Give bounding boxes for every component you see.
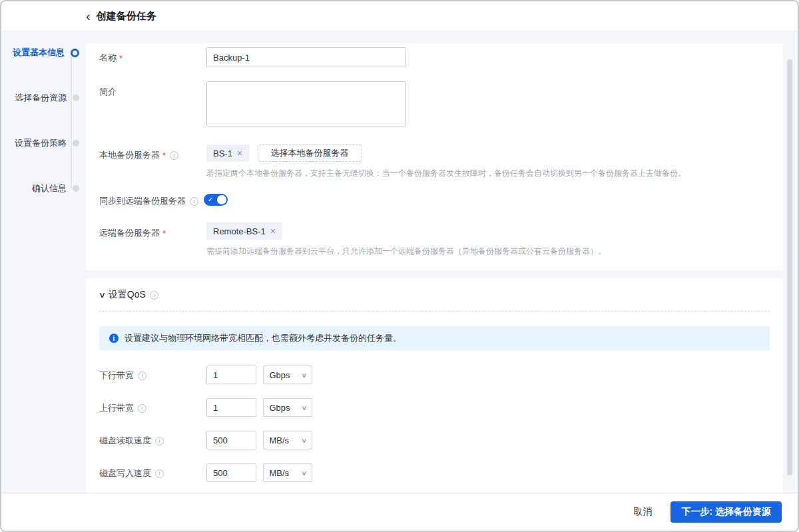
select-local-server-button[interactable]: 选择本地备份服务器 — [258, 144, 362, 162]
step-basic-info: 设置基本信息 — [1, 43, 86, 62]
tag-label: BS-1 — [213, 148, 232, 158]
tag-close-icon[interactable]: × — [237, 148, 242, 158]
qos-section-header[interactable]: ∨ 设置QoS i — [99, 289, 770, 301]
required-mark: * — [119, 53, 123, 63]
chevron-down-icon: ∨ — [301, 372, 308, 379]
download-bandwidth-input[interactable] — [206, 366, 256, 384]
info-icon[interactable]: i — [155, 469, 164, 478]
tag-label: Remote-BS-1 — [213, 226, 266, 236]
step-dot-active — [71, 49, 79, 57]
info-icon[interactable]: i — [155, 437, 164, 445]
remote-server-help-text: 需提前添加远端备份服务器到云平台，只允许添加一个远端备份服务器（异地备份服务器或… — [206, 246, 770, 257]
sync-remote-label: 同步到远端备份服务器 i — [99, 194, 198, 207]
disk-read-speed-row: 磁盘读取速度 i MB/s ∨ — [99, 431, 770, 449]
label-text: 远端备份服务器 — [99, 227, 160, 239]
name-label: 名称 * — [99, 47, 206, 64]
step-label: 设置备份策略 — [15, 137, 67, 149]
sync-remote-toggle[interactable]: ✓ — [204, 194, 228, 206]
local-server-tag: BS-1 × — [206, 144, 249, 162]
step-select-resources: 选择备份资源 — [1, 89, 86, 107]
disk-write-speed-row: 磁盘写入速度 i MB/s ∨ — [99, 463, 770, 482]
label-text: 同步到远端备份服务器 — [99, 195, 186, 207]
footer-action-bar: 取消 下一步: 选择备份资源 — [1, 493, 798, 531]
download-bandwidth-label: 下行带宽 i — [99, 366, 206, 382]
basic-info-card: 名称 * 简介 本地备份 — [86, 43, 783, 270]
unit-value: MB/s — [269, 435, 289, 445]
unit-value: MB/s — [269, 468, 289, 478]
page-title: 创建备份任务 — [97, 10, 156, 23]
scroll-area: 名称 * 简介 本地备份 — [86, 31, 798, 493]
banner-text: 设置建议与物理环境网络带宽相匹配，也需额外考虑并发备份的任务量。 — [125, 332, 401, 344]
sync-remote-row: 同步到远端备份服务器 i ✓ — [99, 194, 770, 207]
info-icon[interactable]: i — [138, 404, 146, 413]
qos-info-banner: i 设置建议与物理环境网络带宽相匹配，也需额外考虑并发备份的任务量。 — [99, 326, 770, 350]
qos-section-title: 设置QoS — [109, 289, 146, 301]
disk-write-speed-input[interactable] — [206, 463, 256, 482]
name-input[interactable] — [206, 47, 406, 67]
next-step-button[interactable]: 下一步: 选择备份资源 — [670, 501, 782, 523]
info-icon[interactable]: i — [170, 151, 178, 160]
description-textarea[interactable] — [206, 81, 406, 127]
disk-write-speed-label: 磁盘写入速度 i — [99, 463, 206, 479]
remote-backup-server-row: 远端备份服务器 * Remote-BS-1 × 需提前添加远端备份服务器到云平台… — [99, 222, 770, 257]
unit-value: Gbps — [269, 403, 290, 413]
label-text: 简介 — [99, 86, 117, 98]
info-icon[interactable]: i — [190, 197, 198, 206]
disk-read-speed-unit-select[interactable]: MB/s ∨ — [263, 431, 312, 449]
download-bandwidth-unit-select[interactable]: Gbps ∨ — [263, 366, 312, 384]
chevron-down-icon: ∨ — [301, 469, 308, 477]
page-header: ‹ 创建备份任务 — [1, 1, 798, 31]
required-mark: * — [162, 228, 166, 238]
label-text: 上行带宽 — [99, 402, 134, 414]
local-backup-server-row: 本地备份服务器 * i BS-1 × 选择本地备份服务器 若指定两个本地备份服务 — [99, 144, 770, 179]
label-text: 名称 — [99, 52, 117, 64]
local-backup-server-label: 本地备份服务器 * i — [99, 144, 206, 161]
disk-write-speed-unit-select[interactable]: MB/s ∨ — [263, 463, 312, 482]
step-label: 选择备份资源 — [15, 92, 67, 104]
label-text: 磁盘写入速度 — [99, 467, 151, 479]
disk-read-speed-label: 磁盘读取速度 i — [99, 431, 206, 447]
chevron-down-icon: ∨ — [99, 290, 106, 300]
scrollbar-thumb[interactable] — [787, 59, 792, 475]
check-icon: ✓ — [208, 196, 213, 204]
create-backup-task-page: ‹ 创建备份任务 设置基本信息 选择备份资源 设置备份策略 确认信息 — [0, 0, 799, 532]
description-label: 简介 — [99, 81, 206, 98]
wizard-stepper: 设置基本信息 选择备份资源 设置备份策略 确认信息 — [1, 31, 86, 493]
upload-bandwidth-label: 上行带宽 i — [99, 398, 206, 414]
back-icon[interactable]: ‹ — [86, 9, 91, 23]
name-row: 名称 * — [99, 47, 770, 67]
body: 设置基本信息 选择备份资源 设置备份策略 确认信息 名称 — [1, 31, 798, 493]
description-row: 简介 — [99, 81, 770, 129]
remote-server-tag: Remote-BS-1 × — [206, 222, 282, 240]
download-bandwidth-row: 下行带宽 i Gbps ∨ — [99, 366, 770, 384]
step-backup-policy: 设置备份策略 — [1, 134, 86, 152]
local-server-help-text: 若指定两个本地备份服务器，支持主备无缝切换：当一个备份服务器发生故障时，备份任务… — [206, 168, 770, 179]
scrollbar-track[interactable] — [787, 59, 792, 483]
info-icon[interactable]: i — [138, 372, 146, 380]
chevron-down-icon: ∨ — [301, 437, 308, 444]
cancel-button[interactable]: 取消 — [633, 506, 652, 518]
remote-backup-server-label: 远端备份服务器 * — [99, 222, 206, 239]
step-label: 确认信息 — [32, 182, 67, 194]
card-gap — [86, 270, 783, 278]
disk-read-speed-input[interactable] — [206, 431, 256, 449]
step-dot — [73, 95, 79, 101]
stepper-line — [71, 53, 72, 188]
label-text: 本地备份服务器 — [99, 149, 160, 161]
label-text: 下行带宽 — [99, 370, 134, 382]
upload-bandwidth-unit-select[interactable]: Gbps ∨ — [263, 398, 312, 417]
step-confirm-info: 确认信息 — [1, 179, 86, 198]
qos-card: ∨ 设置QoS i i 设置建议与物理环境网络带宽相匹配，也需额外考虑并发备份的… — [86, 278, 783, 493]
upload-bandwidth-input[interactable] — [206, 398, 256, 417]
unit-value: Gbps — [269, 370, 290, 380]
upload-bandwidth-row: 上行带宽 i Gbps ∨ — [99, 398, 770, 417]
info-filled-icon: i — [109, 334, 119, 343]
step-label: 设置基本信息 — [13, 47, 65, 59]
tag-close-icon[interactable]: × — [270, 226, 276, 236]
info-icon[interactable]: i — [150, 291, 158, 300]
label-text: 磁盘读取速度 — [99, 435, 151, 447]
step-dot — [73, 140, 79, 146]
step-dot — [73, 185, 79, 192]
required-mark: * — [162, 150, 166, 160]
chevron-down-icon: ∨ — [301, 404, 308, 411]
